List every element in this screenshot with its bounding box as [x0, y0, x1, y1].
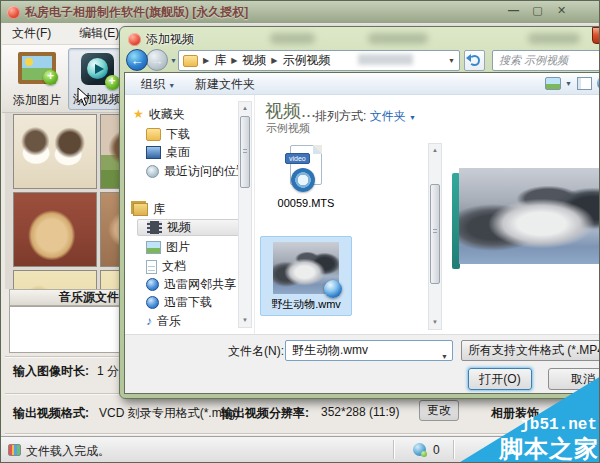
forward-button[interactable]: → [146, 49, 168, 71]
filename-label: 文件名(N): [228, 343, 284, 360]
arrange-by-control[interactable]: 排列方式: 文件夹 ▼ [315, 108, 416, 125]
scroll-up-icon[interactable]: ▲ [429, 144, 441, 157]
breadcrumb-separator-icon: ▶ [231, 56, 237, 65]
nav-scrollbar[interactable]: ▲ ▼ [238, 101, 252, 328]
sidebar-item-desktop[interactable]: 桌面 [133, 144, 190, 161]
open-button[interactable]: 打开(O) [468, 368, 532, 390]
globe-icon [413, 443, 426, 456]
input-duration-label: 输入图像时长: [13, 363, 89, 380]
window-title: 私房电子相册制作软件(旗舰版) [永久授权] [25, 4, 248, 21]
album-decor-label[interactable]: 相册装饰 [491, 405, 539, 422]
sidebar-item-thunder-share[interactable]: 迅雷网邻共享 [133, 276, 236, 293]
add-video-icon: + [81, 53, 114, 85]
media-player-icon [291, 168, 315, 192]
divider [393, 440, 394, 459]
photo-thumbnail[interactable] [13, 192, 97, 267]
history-dropdown-icon[interactable]: ▼ [170, 57, 177, 64]
blurred-area [358, 54, 413, 65]
preview-pane-icon[interactable] [577, 77, 592, 90]
sidebar-item-music[interactable]: ♪音乐 [133, 313, 181, 330]
minimize-icon[interactable]: — [506, 4, 521, 17]
breadcrumb-sample-videos[interactable]: 示例视频 [282, 52, 330, 69]
sidebar-item-libraries[interactable]: 库 [133, 201, 165, 218]
screenshot-root: 私房电子相册制作软件(旗舰版) [永久授权] — ▢ ✕ 文件(F) 编辑(E)… [0, 0, 600, 463]
seals-photo-large [459, 168, 600, 264]
add-image-button[interactable]: + 添加图片 [8, 48, 66, 110]
photo-thumbnail[interactable] [13, 270, 97, 289]
status-count: 0 [433, 443, 440, 457]
desktop-icon [146, 146, 161, 159]
close-icon[interactable]: ✕ [554, 4, 569, 17]
status-bar: 文件载入完成。 0 [1, 436, 599, 462]
back-button[interactable]: ← [126, 49, 148, 71]
folder-icon [183, 55, 198, 67]
pictures-icon [146, 241, 161, 254]
new-folder-button[interactable]: 新建文件夹 [195, 76, 255, 93]
scroll-down-icon[interactable]: ▼ [429, 316, 441, 329]
views-dropdown-icon[interactable]: ▼ [565, 80, 572, 87]
mouse-cursor [77, 87, 91, 107]
plus-badge-icon: + [43, 70, 58, 85]
menu-file[interactable]: 文件(F) [12, 25, 51, 42]
documents-icon [146, 260, 157, 274]
downloads-folder-icon [146, 128, 161, 141]
breadcrumb-videos[interactable]: 视频 [242, 52, 266, 69]
status-message: 文件载入完成。 [26, 443, 110, 460]
menu-edit[interactable]: 编辑(E) [79, 25, 119, 42]
divider [453, 440, 454, 459]
photo-thumbnail[interactable] [13, 114, 97, 189]
maximize-icon[interactable]: ▢ [530, 4, 545, 17]
output-format-value: VCD 刻录专用格式(*.mpg) [99, 405, 239, 422]
file-item-wmv-selected[interactable]: 野生动物.wmv [260, 236, 352, 316]
breadcrumb-libraries[interactable]: 库 [214, 52, 226, 69]
file-list-scrollbar[interactable]: ▲ ▼ [428, 143, 442, 330]
breadcrumb[interactable]: ▶ 库 ▶ 视频 ▶ 示例视频 ▼ [178, 50, 460, 71]
scroll-up-icon[interactable]: ▲ [239, 102, 251, 115]
scrollbar-thumb[interactable] [430, 184, 440, 284]
address-dropdown-icon[interactable]: ▼ [448, 57, 455, 64]
sidebar-item-videos[interactable]: 视频 [137, 219, 241, 236]
sidebar-item-documents[interactable]: 文档 [133, 258, 186, 275]
recent-places-icon [146, 165, 159, 178]
file-item-mts[interactable]: video 00059.MTS [260, 145, 352, 209]
views-icon[interactable] [545, 77, 561, 90]
filetype-combobox[interactable]: 所有支持文件格式 (*.MP4;*.AV [461, 340, 600, 361]
chevron-down-icon: ▼ [168, 82, 175, 89]
dialog-body: 组织 ▼ 新建文件夹 ▼ ★收藏夹 下载 桌面 最近访问的位置 库 视频 图片 … [124, 72, 600, 394]
change-button[interactable]: 更改 [419, 400, 459, 421]
scroll-down-icon[interactable]: ▼ [239, 314, 251, 327]
sidebar-item-thunder-downloads[interactable]: 迅雷下载 [133, 294, 212, 311]
address-bar: ← → ▼ ▶ 库 ▶ 视频 ▶ 示例视频 ▼ 搜索 示例视频 [120, 49, 600, 73]
video-badge: video [285, 153, 310, 164]
filename-combobox[interactable]: 野生动物.wmv ▼ [285, 340, 453, 361]
libraries-icon [133, 203, 148, 216]
search-input[interactable]: 搜索 示例视频 [492, 50, 600, 71]
refresh-button[interactable] [464, 50, 485, 71]
sidebar-item-recent-places[interactable]: 最近访问的位置 [133, 163, 248, 180]
dialog-footer: 文件名(N): 野生动物.wmv ▼ 所有支持文件格式 (*.MP4;*.AV … [125, 334, 600, 393]
add-video-dialog: 添加视频 ← → ▼ ▶ 库 ▶ 视频 ▶ 示例视频 ▼ 搜索 示例视频 [119, 26, 600, 399]
dialog-title: 添加视频 [146, 31, 194, 48]
sidebar-item-downloads[interactable]: 下载 [133, 126, 190, 143]
cancel-button[interactable]: 取消 [548, 368, 600, 390]
sidebar-item-pictures[interactable]: 图片 [133, 239, 190, 256]
music-note-icon: ♪ [146, 315, 152, 328]
sidebar-item-favorites[interactable]: ★收藏夹 [133, 106, 185, 123]
thunder-download-icon [146, 296, 159, 309]
file-name: 00059.MTS [260, 197, 352, 209]
organize-menu[interactable]: 组织 ▼ [141, 76, 175, 93]
breadcrumb-separator-icon: ▶ [203, 56, 209, 65]
blurred-area [368, 33, 428, 44]
chevron-down-icon[interactable]: ▼ [441, 347, 448, 366]
add-image-icon: + [18, 52, 56, 84]
videos-icon [147, 221, 162, 234]
library-title: 视频... [265, 99, 316, 123]
output-resolution-label: 输出视频分辨率: [221, 405, 309, 422]
star-icon: ★ [133, 108, 144, 121]
output-resolution-value: 352*288 (11:9) [321, 405, 400, 419]
scrollbar-thumb[interactable] [240, 116, 250, 188]
dialog-close-button[interactable] [592, 27, 600, 44]
breadcrumb-separator-icon: ▶ [271, 56, 277, 65]
dialog-titlebar: 添加视频 [128, 31, 194, 48]
status-icon [8, 444, 21, 456]
